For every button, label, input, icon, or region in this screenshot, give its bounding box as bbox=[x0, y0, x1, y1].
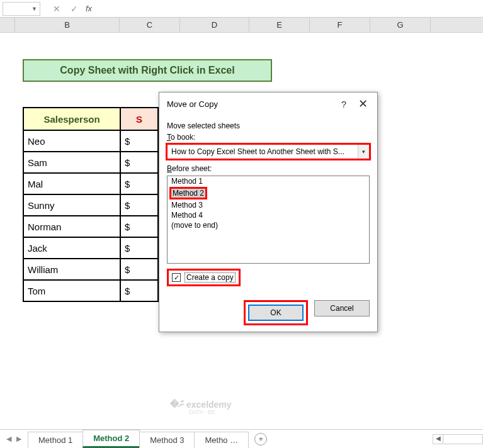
table-row: William$ bbox=[23, 259, 158, 280]
column-headers: B C D E F G bbox=[0, 18, 483, 33]
name-box[interactable]: ▼ bbox=[3, 2, 40, 16]
cell-name[interactable]: Sam bbox=[23, 152, 120, 173]
before-sheet-listbox[interactable]: Method 1 Method 2 Method 3 Method 4 (mov… bbox=[167, 176, 370, 264]
col-header-f[interactable]: F bbox=[310, 18, 370, 32]
cell-val[interactable]: $ bbox=[120, 259, 158, 280]
table-row: Norman$ bbox=[23, 216, 158, 237]
list-item[interactable]: Method 1 bbox=[168, 176, 369, 186]
to-book-value: How to Copy Excel Sheet to Another Sheet… bbox=[171, 147, 358, 156]
list-item[interactable]: Method 2 bbox=[168, 186, 369, 200]
cell-val[interactable]: $ bbox=[120, 194, 158, 216]
cell-val[interactable]: $ bbox=[120, 152, 158, 173]
chevron-down-icon: ▼ bbox=[31, 6, 37, 12]
dialog-titlebar[interactable]: Move or Copy ? ✕ bbox=[159, 92, 377, 115]
col-header-e[interactable]: E bbox=[249, 18, 310, 32]
dialog-title-text: Move or Copy bbox=[167, 99, 334, 109]
scroll-left-icon[interactable]: ◀ bbox=[433, 435, 443, 444]
col-header-b[interactable]: B bbox=[15, 18, 120, 32]
cell-name[interactable]: Norman bbox=[23, 216, 120, 237]
cell-name[interactable]: William bbox=[23, 259, 120, 280]
create-copy-label[interactable]: Create a copy bbox=[185, 272, 236, 283]
cell-val[interactable]: $ bbox=[120, 216, 158, 237]
cancel-button[interactable]: Cancel bbox=[314, 300, 370, 316]
tab-method-1[interactable]: Method 1 bbox=[28, 432, 83, 448]
list-item[interactable]: Method 3 bbox=[168, 200, 369, 210]
nav-prev-icon[interactable]: ◀ bbox=[6, 435, 11, 443]
subtitle-label: Move selected sheets bbox=[167, 121, 370, 130]
col-header-c[interactable]: C bbox=[120, 18, 180, 32]
tab-method-3[interactable]: Method 3 bbox=[139, 432, 195, 448]
enter-icon[interactable]: ✓ bbox=[71, 4, 78, 14]
ok-highlight: OK bbox=[244, 300, 308, 325]
list-item[interactable]: Method 4 bbox=[168, 210, 369, 220]
formula-buttons: ✕ ✓ bbox=[53, 4, 78, 14]
cell-name[interactable]: Mal bbox=[23, 173, 120, 194]
add-sheet-button[interactable]: + bbox=[254, 433, 267, 445]
tab-nav[interactable]: ◀ ▶ bbox=[0, 435, 28, 443]
cell-val[interactable]: $ bbox=[120, 280, 158, 301]
cell-name[interactable]: Tom bbox=[23, 280, 120, 301]
watermark: �ން exceldemy bbox=[170, 399, 232, 410]
before-sheet-label: Before sheet: bbox=[167, 164, 370, 173]
to-book-combo[interactable]: How to Copy Excel Sheet to Another Sheet… bbox=[167, 144, 370, 159]
tab-method-more[interactable]: Metho … bbox=[194, 432, 249, 448]
cancel-icon[interactable]: ✕ bbox=[53, 4, 60, 14]
sheet-tabs-bar: ◀ ▶ Method 1 Method 2 Method 3 Metho … +… bbox=[0, 429, 483, 448]
formula-input[interactable] bbox=[98, 2, 483, 16]
cell-val[interactable]: $ bbox=[120, 173, 158, 194]
list-item[interactable]: (move to end) bbox=[168, 220, 369, 230]
cell-name[interactable]: Sunny bbox=[23, 194, 120, 216]
create-copy-row: ✓ Create a copy bbox=[167, 269, 241, 286]
header-col2: S bbox=[120, 108, 158, 130]
col-header-d[interactable]: D bbox=[180, 18, 249, 32]
title-banner: Copy Sheet with Right Click in Excel bbox=[23, 59, 272, 82]
table-row: Mal$ bbox=[23, 173, 158, 194]
cell-name[interactable]: Jack bbox=[23, 237, 120, 259]
table-row: Neo$ bbox=[23, 130, 158, 152]
title-text: Copy Sheet with Right Click in Excel bbox=[60, 65, 234, 76]
formula-bar: ▼ ✕ ✓ fx bbox=[0, 0, 483, 18]
help-icon[interactable]: ? bbox=[334, 99, 353, 109]
worksheet-grid[interactable]: Copy Sheet with Right Click in Excel Sal… bbox=[0, 33, 483, 429]
ok-button[interactable]: OK bbox=[248, 305, 304, 321]
move-or-copy-dialog: Move or Copy ? ✕ Move selected sheets To… bbox=[159, 92, 378, 332]
col-header-g[interactable]: G bbox=[370, 18, 431, 32]
col-header[interactable] bbox=[0, 18, 15, 32]
fx-label[interactable]: fx bbox=[86, 4, 92, 13]
horizontal-scrollbar[interactable]: ◀ bbox=[433, 434, 483, 444]
watermark-sub: DATA · BE bbox=[189, 409, 215, 415]
cell-val[interactable]: $ bbox=[120, 237, 158, 259]
data-table: Salesperson S Neo$ Sam$ Mal$ Sunny$ Norm… bbox=[23, 107, 159, 302]
cell-name[interactable]: Neo bbox=[23, 130, 120, 152]
close-icon[interactable]: ✕ bbox=[353, 97, 372, 111]
table-row: Sunny$ bbox=[23, 194, 158, 216]
to-book-label: To book: bbox=[167, 133, 370, 142]
chevron-down-icon[interactable]: ▾ bbox=[358, 145, 369, 159]
create-copy-checkbox[interactable]: ✓ bbox=[172, 273, 181, 282]
cell-val[interactable]: $ bbox=[120, 130, 158, 152]
nav-next-icon[interactable]: ▶ bbox=[16, 435, 21, 443]
tab-method-2[interactable]: Method 2 bbox=[82, 430, 140, 448]
header-salesperson: Salesperson bbox=[23, 108, 120, 130]
table-row: Jack$ bbox=[23, 237, 158, 259]
table-row: Tom$ bbox=[23, 280, 158, 301]
table-row: Sam$ bbox=[23, 152, 158, 173]
